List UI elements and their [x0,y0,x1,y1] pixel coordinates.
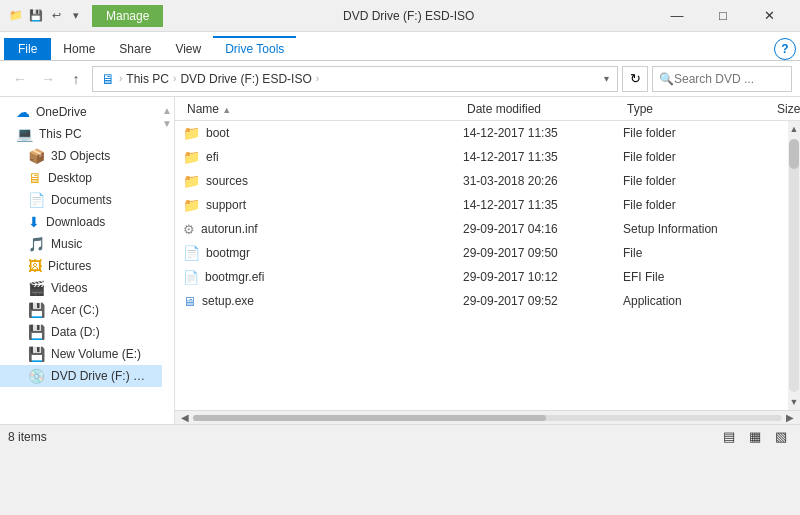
table-row[interactable]: 📄 bootmgr 29-09-2017 09:50 File [175,241,788,265]
folder-icon: 📁 [183,197,200,213]
file-date-support: 14-12-2017 11:35 [463,198,623,212]
sidebar-scroll-down[interactable]: ▼ [162,118,172,129]
file-type-bootmgrefi: EFI File [623,270,773,284]
back-button[interactable]: ← [8,67,32,91]
table-row[interactable]: 📄 bootmgr.efi 29-09-2017 10:12 EFI File [175,265,788,289]
sidebar-scroll-up[interactable]: ▲ [162,105,172,116]
col-header-type[interactable]: Type [623,102,773,116]
filename-text: sources [206,174,248,188]
sidebar-item-music[interactable]: 🎵 Music [0,233,162,255]
sidebar-item-dvddrive[interactable]: 💿 DVD Drive (F:) ES... [0,365,162,387]
h-scroll-thumb[interactable] [193,415,546,421]
sidebar-item-data[interactable]: 💾 Data (D:) [0,321,162,343]
sidebar-item-downloads[interactable]: ⬇ Downloads [0,211,162,233]
scroll-thumb[interactable] [789,139,799,169]
col-header-size[interactable]: Size [773,102,800,116]
file-name-bootmgr: 📄 bootmgr [183,245,463,261]
manage-tab[interactable]: Manage [92,5,163,27]
sidebar-label-3dobjects: 3D Objects [51,149,110,163]
h-scroll-track[interactable] [193,415,782,421]
file-area: Name ▲ Date modified Type Size 📁 boot 14… [175,97,800,424]
file-content-area: 📁 boot 14-12-2017 11:35 File folder 📁 ef… [175,121,800,410]
status-bar: 8 items ▤ ▦ ▧ [0,424,800,448]
view-details-button[interactable]: ▤ [718,426,740,448]
close-button[interactable]: ✕ [746,0,792,32]
downloads-icon: ⬇ [28,214,40,230]
refresh-button[interactable]: ↻ [622,66,648,92]
dropdown-icon: ▾ [68,8,84,24]
file-type-bootmgr: File [623,246,773,260]
window-controls: — □ ✕ [654,0,792,32]
undo-icon: ↩ [48,8,64,24]
search-input[interactable] [674,72,785,86]
address-bar: ← → ↑ 🖥 › This PC › DVD Drive (F:) ESD-I… [0,61,800,97]
vertical-scrollbar[interactable]: ▲ ▼ [788,121,800,410]
horizontal-scrollbar[interactable]: ◀ ▶ [175,410,800,424]
tab-drive-tools[interactable]: Drive Tools [213,36,296,60]
view-tiles-button[interactable]: ▦ [744,426,766,448]
sidebar-label-onedrive: OneDrive [36,105,87,119]
table-row[interactable]: 🖥 setup.exe 29-09-2017 09:52 Application [175,289,788,313]
sidebar-label-dvddrive: DVD Drive (F:) ES... [51,369,151,383]
forward-button[interactable]: → [36,67,60,91]
filename-text: boot [206,126,229,140]
file-name-bootmgrefi: 📄 bootmgr.efi [183,270,463,285]
table-row[interactable]: 📁 efi 14-12-2017 11:35 File folder [175,145,788,169]
sidebar-label-desktop: Desktop [48,171,92,185]
status-icons: ▤ ▦ ▧ [718,426,792,448]
tab-share[interactable]: Share [107,38,163,60]
table-row[interactable]: 📁 support 14-12-2017 11:35 File folder [175,193,788,217]
file-date-sources: 31-03-2018 20:26 [463,174,623,188]
breadcrumb-dvd[interactable]: DVD Drive (F:) ESD-ISO [180,72,311,86]
col-header-date[interactable]: Date modified [463,102,623,116]
file-name-support: 📁 support [183,197,463,213]
h-scroll-left[interactable]: ◀ [177,411,193,425]
maximize-button[interactable]: □ [700,0,746,32]
folder-icon: 📁 [183,125,200,141]
dvddrive-icon: 💿 [28,368,45,384]
scroll-down-arrow[interactable]: ▼ [788,394,800,410]
table-row[interactable]: 📁 boot 14-12-2017 11:35 File folder [175,121,788,145]
file-date-efi: 14-12-2017 11:35 [463,150,623,164]
file-type-efi: File folder [623,150,773,164]
sidebar-label-newvolume: New Volume (E:) [51,347,141,361]
table-row[interactable]: ⚙ autorun.inf 29-09-2017 04:16 Setup Inf… [175,217,788,241]
acer-icon: 💾 [28,302,45,318]
up-button[interactable]: ↑ [64,67,88,91]
h-scroll-right[interactable]: ▶ [782,411,798,425]
minimize-button[interactable]: — [654,0,700,32]
scroll-up-arrow[interactable]: ▲ [788,121,800,137]
music-icon: 🎵 [28,236,45,252]
sidebar-item-newvolume[interactable]: 💾 New Volume (E:) [0,343,162,365]
sidebar-item-acer[interactable]: 💾 Acer (C:) [0,299,162,321]
search-box[interactable]: 🔍 [652,66,792,92]
scroll-track[interactable] [789,139,799,392]
breadcrumb-thispc[interactable]: This PC [126,72,169,86]
sidebar-item-videos[interactable]: 🎬 Videos [0,277,162,299]
help-button[interactable]: ? [774,38,796,60]
file-name-boot: 📁 boot [183,125,463,141]
sidebar-item-documents[interactable]: 📄 Documents [0,189,162,211]
tab-file[interactable]: File [4,38,51,60]
main-area: ☁ OneDrive 💻 This PC 📦 3D Objects 🖥 Desk… [0,97,800,424]
sidebar-item-3dobjects[interactable]: 📦 3D Objects [0,145,162,167]
tab-home[interactable]: Home [51,38,107,60]
sidebar-item-pictures[interactable]: 🖼 Pictures [0,255,162,277]
file-type-boot: File folder [623,126,773,140]
column-headers: Name ▲ Date modified Type Size [175,97,800,121]
address-dropdown[interactable]: ▾ [604,73,609,84]
view-large-button[interactable]: ▧ [770,426,792,448]
sidebar-item-onedrive[interactable]: ☁ OneDrive [0,101,162,123]
filename-text: efi [206,150,219,164]
address-path[interactable]: 🖥 › This PC › DVD Drive (F:) ESD-ISO › ▾ [92,66,618,92]
sort-arrow-name: ▲ [222,105,231,115]
table-row[interactable]: 📁 sources 31-03-2018 20:26 File folder [175,169,788,193]
window-title: DVD Drive (F:) ESD-ISO [163,9,654,23]
sidebar-item-desktop[interactable]: 🖥 Desktop [0,167,162,189]
tab-view[interactable]: View [163,38,213,60]
title-bar: 📁 💾 ↩ ▾ Manage DVD Drive (F:) ESD-ISO — … [0,0,800,32]
col-header-name[interactable]: Name ▲ [183,102,463,116]
sidebar-item-thispc[interactable]: 💻 This PC [0,123,162,145]
address-sep-2: › [173,73,176,84]
file-type-support: File folder [623,198,773,212]
